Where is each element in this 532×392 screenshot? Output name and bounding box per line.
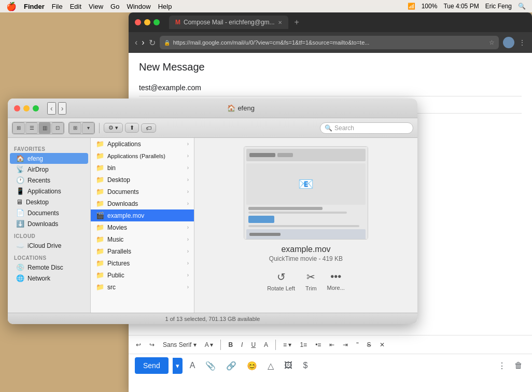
finder-fullscreen-btn[interactable] [33, 105, 39, 111]
sidebar-item-downloads[interactable]: ⬇️ Downloads [10, 218, 88, 229]
help-menu[interactable]: Help [158, 3, 172, 10]
share-btn[interactable]: ⬆ [125, 123, 139, 133]
finder-search-icon: 🔍 [325, 124, 332, 132]
bookmark-icon[interactable]: ☆ [489, 39, 495, 46]
file-menu[interactable]: File [52, 3, 63, 10]
browser-close-btn[interactable] [135, 19, 141, 25]
file-item-desktop[interactable]: 📁 Desktop › [91, 174, 194, 186]
file-item-bin[interactable]: 📁 bin › [91, 162, 194, 174]
finder-menu[interactable]: Finder [24, 3, 45, 10]
disclosure-arrow: › [187, 225, 189, 230]
clear-format-btn[interactable]: ✕ [376, 339, 388, 351]
search-icon[interactable]: 🔍 [518, 3, 526, 10]
redo-btn[interactable]: ↪ [146, 339, 158, 351]
applications-icon: 📱 [16, 187, 24, 195]
indent-more-btn[interactable]: ⇥ [340, 339, 351, 351]
sidebar-item-desktop[interactable]: 🖥 Desktop [10, 197, 88, 207]
undo-btn[interactable]: ↩ [133, 339, 144, 351]
google-drive-btn[interactable]: △ [264, 358, 277, 374]
refresh-btn[interactable]: ↻ [149, 38, 156, 48]
file-item-documents[interactable]: 📁 Documents › [91, 186, 194, 198]
strikethrough-btn[interactable]: S [364, 339, 374, 351]
discard-btn[interactable]: 🗑 [511, 358, 526, 374]
file-item-movies[interactable]: 📁 Movies › [91, 221, 194, 233]
finder-close-btn[interactable] [14, 105, 20, 111]
remote-disc-icon: 💿 [16, 263, 24, 271]
file-item-music[interactable]: 📁 Music › [91, 233, 194, 245]
url-bar[interactable]: 🔒 https://mail.google.com/mail/u/0/?view… [160, 36, 499, 49]
rotate-left-btn[interactable]: ↺ Rotate Left [267, 271, 295, 291]
browser-fullscreen-btn[interactable] [153, 19, 160, 25]
browser-minimize-btn[interactable] [144, 19, 150, 25]
action-gear-btn[interactable]: ⚙▾ [104, 123, 123, 133]
sidebar-item-icloud[interactable]: ☁️ iCloud Drive [10, 240, 88, 251]
more-btn[interactable]: ••• More... [327, 271, 345, 291]
view-menu[interactable]: View [89, 3, 103, 10]
italic-btn[interactable]: I [238, 339, 246, 351]
align-btn[interactable]: ≡ ▾ [280, 339, 295, 351]
tag-btn[interactable]: 🏷 [141, 123, 156, 133]
tab-close-btn[interactable]: ✕ [278, 20, 282, 25]
sidebar-item-network[interactable]: 🌐 Network [10, 273, 88, 284]
sidebar-item-remote[interactable]: 💿 Remote Disc [10, 262, 88, 273]
font-size-btn[interactable]: A ▾ [202, 339, 217, 351]
numbered-list-btn[interactable]: 1≡ [297, 339, 310, 351]
browser-menu-icon[interactable]: ⋮ [519, 38, 526, 47]
file-item-src[interactable]: 📁 src › [91, 281, 194, 293]
gallery-view-btn[interactable]: ⊡ [51, 122, 64, 134]
finder-forward-btn[interactable]: › [58, 102, 67, 115]
send-dropdown-btn[interactable]: ▾ [173, 358, 183, 374]
group-dropdown-btn[interactable]: ▾ [82, 122, 94, 134]
attach-file-btn[interactable]: 📎 [202, 358, 219, 374]
file-item-parallels[interactable]: 📁 Parallels › [91, 245, 194, 257]
finder-back-btn[interactable]: ‹ [47, 102, 56, 115]
file-item-downloads[interactable]: 📁 Downloads › [91, 198, 194, 209]
icon-view-btn[interactable]: ⊞ [12, 122, 25, 134]
new-tab-btn[interactable]: + [295, 18, 299, 27]
sidebar-item-efeng[interactable]: 🏠 efeng [10, 153, 88, 164]
compose-to-field[interactable]: test@example.com [139, 79, 522, 96]
sidebar-desktop-label: Desktop [26, 199, 49, 206]
column-view-btn[interactable]: ▥ [38, 122, 51, 134]
user-avatar[interactable] [503, 37, 514, 48]
insert-emoji-btn[interactable]: 😊 [244, 358, 260, 374]
quote-btn[interactable]: " [353, 339, 361, 351]
font-selector[interactable]: Sans Serif ▾ [160, 339, 200, 351]
sidebar-item-documents[interactable]: 📄 Documents [10, 207, 88, 218]
browser-tab[interactable]: M Compose Mail - erichfeng@gm... ✕ [169, 16, 288, 29]
forward-btn[interactable]: › [142, 38, 144, 47]
text-format-btn[interactable]: A [187, 358, 199, 373]
finder-minimize-btn[interactable] [23, 105, 30, 111]
sidebar-item-applications[interactable]: 📱 Applications [10, 186, 88, 197]
insert-money-btn[interactable]: $ [300, 358, 311, 373]
bold-btn[interactable]: B [225, 339, 236, 351]
finder-folder-icon: 🏠 [227, 104, 235, 112]
group-btn[interactable]: ⊞ [69, 122, 81, 134]
file-item-public[interactable]: 📁 Public › [91, 269, 194, 281]
insert-link-btn[interactable]: 🔗 [223, 358, 240, 374]
file-item-pictures[interactable]: 📁 Pictures › [91, 257, 194, 269]
more-options-btn[interactable]: ⋮ [495, 358, 509, 374]
send-button[interactable]: Send [135, 357, 169, 374]
send-area: Send ▾ A 📎 🔗 😊 △ 🖼 $ ⋮ 🗑 [129, 354, 532, 377]
file-item-label: Public [107, 272, 124, 279]
underline-btn[interactable]: U [248, 339, 259, 351]
file-item-example-mov[interactable]: 🎬 example.mov [91, 209, 194, 221]
finder-search-box[interactable]: 🔍 Search [320, 122, 413, 134]
back-btn[interactable]: ‹ [135, 38, 137, 47]
bullet-list-btn[interactable]: •≡ [312, 339, 324, 351]
insert-photo-btn[interactable]: 🖼 [281, 358, 296, 373]
apple-menu-icon[interactable]: 🍎 [6, 2, 17, 11]
trim-btn[interactable]: ✂ Trim [305, 271, 317, 291]
file-item-applications[interactable]: 📁 Applications › [91, 138, 194, 150]
text-color-btn[interactable]: A [261, 339, 271, 351]
documents-icon: 📄 [16, 209, 24, 217]
edit-menu[interactable]: Edit [70, 3, 81, 10]
indent-less-btn[interactable]: ⇤ [326, 339, 338, 351]
go-menu[interactable]: Go [110, 3, 119, 10]
list-view-btn[interactable]: ☰ [25, 122, 38, 134]
file-item-applications-parallels[interactable]: 📁 Applications (Parallels) › [91, 150, 194, 162]
window-menu[interactable]: Window [127, 3, 150, 10]
sidebar-item-airdrop[interactable]: 📡 AirDrop [10, 164, 88, 175]
sidebar-item-recents[interactable]: 🕐 Recents [10, 175, 88, 186]
